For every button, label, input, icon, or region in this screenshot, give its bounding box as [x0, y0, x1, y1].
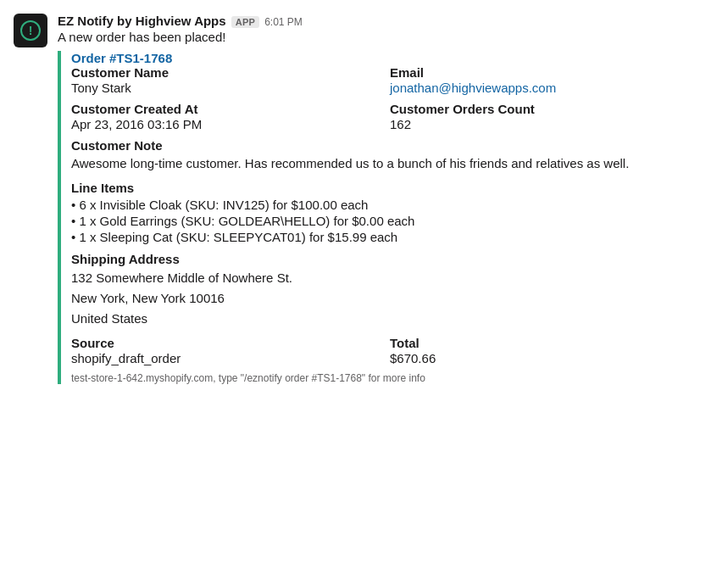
total-field: Total $670.66	[390, 336, 709, 365]
slack-message: ! EZ Notify by Highview Apps APP 6:01 PM…	[14, 14, 709, 384]
orders-count-field: Customer Orders Count 162	[390, 102, 709, 131]
shipping-address-section: Shipping Address 132 Somewhere Middle of…	[71, 252, 709, 329]
customer-note-label: Customer Note	[71, 138, 709, 153]
created-at-field: Customer Created At Apr 23, 2016 03:16 P…	[71, 102, 390, 131]
app-name: EZ Notify by Highview Apps	[58, 14, 226, 28]
email-field: Email jonathan@highviewapps.com	[390, 65, 709, 95]
order-id-link[interactable]: Order #TS1-1768	[71, 51, 172, 65]
list-item: 1 x Sleeping Cat (SKU: SLEEPYCAT01) for …	[71, 229, 709, 245]
message-header: EZ Notify by Highview Apps APP 6:01 PM	[58, 14, 709, 28]
source-field: Source shopify_draft_order	[71, 336, 390, 365]
message-body: EZ Notify by Highview Apps APP 6:01 PM A…	[58, 14, 709, 384]
app-avatar: !	[14, 14, 47, 47]
list-item: 1 x Gold Earrings (SKU: GOLDEAR\HELLO) f…	[71, 213, 709, 229]
total-value: $670.66	[390, 351, 709, 365]
created-orders-row: Customer Created At Apr 23, 2016 03:16 P…	[71, 102, 709, 131]
line-items-list: 6 x Invisible Cloak (SKU: INV125) for $1…	[71, 197, 709, 245]
created-at-label: Customer Created At	[71, 102, 390, 116]
line-items-section: Line Items 6 x Invisible Cloak (SKU: INV…	[71, 181, 709, 245]
address-line-3: United States	[71, 309, 709, 329]
message-text: A new order has been placed!	[58, 30, 709, 44]
footer-text: test-store-1-642.myshopify.com, type "/e…	[71, 372, 709, 384]
shipping-address-block: 132 Somewhere Middle of Nowhere St. New …	[71, 268, 709, 329]
address-line-2: New York, New York 10016	[71, 288, 709, 309]
customer-name-value: Tony Stark	[71, 81, 390, 95]
email-label: Email	[390, 65, 709, 80]
address-line-1: 132 Somewhere Middle of Nowhere St.	[71, 268, 709, 288]
customer-note-text: Awesome long-time customer. Has recommen…	[71, 154, 709, 174]
source-total-row: Source shopify_draft_order Total $670.66	[71, 336, 709, 365]
message-time: 6:01 PM	[264, 16, 303, 28]
created-at-value: Apr 23, 2016 03:16 PM	[71, 117, 390, 131]
list-item: 6 x Invisible Cloak (SKU: INV125) for $1…	[71, 197, 709, 213]
name-email-row: Customer Name Tony Stark Email jonathan@…	[71, 65, 709, 95]
orders-count-value: 162	[390, 117, 709, 131]
app-badge: APP	[231, 16, 260, 28]
orders-count-label: Customer Orders Count	[390, 102, 709, 116]
source-label: Source	[71, 336, 390, 350]
total-label: Total	[390, 336, 709, 350]
shipping-address-label: Shipping Address	[71, 252, 709, 266]
avatar-symbol: !	[29, 25, 33, 36]
avatar-icon: !	[20, 20, 41, 41]
source-value: shopify_draft_order	[71, 351, 390, 365]
customer-note-section: Customer Note Awesome long-time customer…	[71, 138, 709, 174]
customer-name-field: Customer Name Tony Stark	[71, 65, 390, 95]
customer-name-label: Customer Name	[71, 65, 390, 80]
line-items-label: Line Items	[71, 181, 709, 195]
order-attachment: Order #TS1-1768 Customer Name Tony Stark…	[58, 51, 709, 384]
email-value[interactable]: jonathan@highviewapps.com	[390, 81, 556, 95]
